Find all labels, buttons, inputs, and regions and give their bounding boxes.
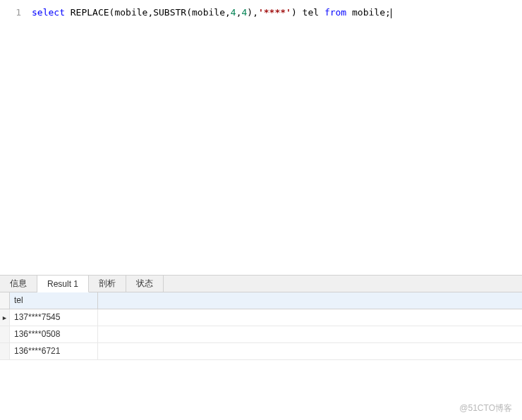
sql-editor[interactable]: 1 select REPLACE(mobile,SUBSTR(mobile,4,… bbox=[0, 0, 522, 275]
tab-status[interactable]: 状态 bbox=[126, 276, 164, 292]
line-gutter: 1 bbox=[0, 6, 32, 275]
table-row[interactable]: 136****6721 bbox=[0, 343, 522, 360]
fn-substr: SUBSTR bbox=[153, 7, 186, 18]
row-indicator bbox=[0, 326, 10, 342]
header-indicator bbox=[0, 292, 10, 309]
comma: , bbox=[225, 7, 231, 18]
string-stars: '****' bbox=[258, 7, 291, 18]
column-header-tel[interactable]: tel bbox=[10, 292, 98, 309]
ident-mobile: mobile bbox=[114, 7, 147, 18]
line-number: 1 bbox=[0, 6, 21, 20]
cell-tel[interactable]: 136****6721 bbox=[10, 343, 98, 359]
table-row[interactable]: 136****0508 bbox=[0, 326, 522, 343]
row-indicator-icon: ▶ bbox=[0, 309, 10, 326]
alias-tel: tel bbox=[297, 7, 324, 18]
keyword-from: from bbox=[324, 7, 346, 18]
paren-close: ) bbox=[291, 7, 297, 18]
comma: , bbox=[253, 7, 258, 18]
result-grid[interactable]: tel ▶ 137****7545 136****0508 136****672… bbox=[0, 292, 522, 360]
code-line-1[interactable]: select REPLACE(mobile,SUBSTR(mobile,4,4)… bbox=[32, 6, 392, 20]
watermark: @51CTO博客 bbox=[459, 402, 512, 414]
row-indicator bbox=[0, 343, 10, 359]
results-panel: 信息 Result 1 剖析 状态 tel ▶ 137****7545 136*… bbox=[0, 275, 522, 360]
cell-tel[interactable]: 136****0508 bbox=[10, 326, 98, 342]
keyword-select: select bbox=[32, 7, 65, 18]
result-tabs: 信息 Result 1 剖析 状态 bbox=[0, 276, 522, 292]
tab-info[interactable]: 信息 bbox=[0, 276, 37, 292]
code-content[interactable]: select REPLACE(mobile,SUBSTR(mobile,4,4)… bbox=[32, 6, 392, 275]
text-cursor bbox=[391, 8, 392, 18]
ident-mobile: mobile bbox=[192, 7, 225, 18]
fn-replace: REPLACE bbox=[65, 7, 109, 18]
tab-profile[interactable]: 剖析 bbox=[89, 276, 126, 292]
paren: ( bbox=[186, 7, 192, 18]
paren-close: ) bbox=[247, 7, 253, 18]
grid-header: tel bbox=[0, 292, 522, 309]
ident-table: mobile; bbox=[346, 7, 391, 18]
cell-tel[interactable]: 137****7545 bbox=[10, 309, 98, 326]
num-4: 4 bbox=[231, 7, 236, 18]
table-row[interactable]: ▶ 137****7545 bbox=[0, 309, 522, 326]
tab-result-1[interactable]: Result 1 bbox=[37, 276, 89, 292]
